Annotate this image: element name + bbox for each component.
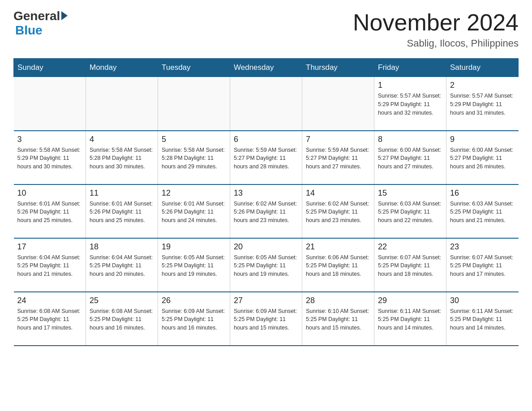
table-row: 14Sunrise: 6:02 AM Sunset: 5:25 PM Dayli… — [302, 184, 374, 238]
day-number: 1 — [378, 81, 442, 90]
col-tuesday: Tuesday — [158, 59, 230, 77]
col-wednesday: Wednesday — [230, 59, 302, 77]
table-row: 1Sunrise: 5:57 AM Sunset: 5:29 PM Daylig… — [374, 77, 446, 131]
table-row: 16Sunrise: 6:03 AM Sunset: 5:25 PM Dayli… — [446, 184, 519, 238]
table-row: 22Sunrise: 6:07 AM Sunset: 5:25 PM Dayli… — [374, 238, 446, 292]
day-number: 8 — [378, 135, 442, 144]
day-info: Sunrise: 6:08 AM Sunset: 5:25 PM Dayligh… — [17, 307, 82, 332]
calendar-week-row: 10Sunrise: 6:01 AM Sunset: 5:26 PM Dayli… — [14, 184, 519, 238]
table-row — [302, 77, 374, 131]
day-number: 9 — [450, 135, 515, 144]
table-row: 19Sunrise: 6:05 AM Sunset: 5:25 PM Dayli… — [158, 238, 230, 292]
table-row: 21Sunrise: 6:06 AM Sunset: 5:25 PM Dayli… — [302, 238, 374, 292]
table-row: 23Sunrise: 6:07 AM Sunset: 5:25 PM Dayli… — [446, 238, 519, 292]
day-number: 18 — [90, 242, 154, 252]
day-info: Sunrise: 6:11 AM Sunset: 5:25 PM Dayligh… — [378, 307, 442, 332]
day-info: Sunrise: 6:10 AM Sunset: 5:25 PM Dayligh… — [306, 307, 370, 332]
day-info: Sunrise: 6:11 AM Sunset: 5:25 PM Dayligh… — [450, 307, 515, 332]
calendar-week-row: 3Sunrise: 5:58 AM Sunset: 5:29 PM Daylig… — [14, 131, 519, 184]
day-info: Sunrise: 5:58 AM Sunset: 5:29 PM Dayligh… — [17, 146, 82, 171]
table-row: 3Sunrise: 5:58 AM Sunset: 5:29 PM Daylig… — [14, 131, 86, 184]
col-saturday: Saturday — [446, 59, 519, 77]
day-info: Sunrise: 6:02 AM Sunset: 5:26 PM Dayligh… — [234, 200, 298, 225]
day-number: 27 — [234, 296, 298, 305]
page-header: General Blue November 2024 Sablig, Iloco… — [13, 9, 519, 49]
table-row — [158, 77, 230, 131]
day-number: 26 — [162, 296, 226, 305]
calendar-week-row: 17Sunrise: 6:04 AM Sunset: 5:25 PM Dayli… — [14, 238, 519, 292]
logo-arrow-icon — [61, 11, 68, 20]
table-row: 10Sunrise: 6:01 AM Sunset: 5:26 PM Dayli… — [14, 184, 86, 238]
day-info: Sunrise: 6:09 AM Sunset: 5:25 PM Dayligh… — [234, 307, 298, 332]
col-thursday: Thursday — [302, 59, 374, 77]
day-number: 28 — [306, 296, 370, 305]
day-number: 21 — [306, 242, 370, 252]
day-info: Sunrise: 6:07 AM Sunset: 5:25 PM Dayligh… — [378, 253, 442, 278]
calendar-week-row: 1Sunrise: 5:57 AM Sunset: 5:29 PM Daylig… — [14, 77, 519, 131]
calendar-week-row: 24Sunrise: 6:08 AM Sunset: 5:25 PM Dayli… — [14, 292, 519, 346]
table-row: 28Sunrise: 6:10 AM Sunset: 5:25 PM Dayli… — [302, 292, 374, 346]
col-friday: Friday — [374, 59, 446, 77]
calendar-table: Sunday Monday Tuesday Wednesday Thursday… — [13, 58, 519, 346]
table-row: 4Sunrise: 5:58 AM Sunset: 5:28 PM Daylig… — [86, 131, 158, 184]
day-info: Sunrise: 6:04 AM Sunset: 5:25 PM Dayligh… — [90, 253, 154, 278]
day-number: 11 — [90, 188, 154, 198]
day-info: Sunrise: 5:58 AM Sunset: 5:28 PM Dayligh… — [162, 146, 226, 171]
day-info: Sunrise: 6:02 AM Sunset: 5:25 PM Dayligh… — [306, 200, 370, 225]
day-number: 22 — [378, 242, 442, 252]
table-row: 8Sunrise: 6:00 AM Sunset: 5:27 PM Daylig… — [374, 131, 446, 184]
table-row: 5Sunrise: 5:58 AM Sunset: 5:28 PM Daylig… — [158, 131, 230, 184]
day-number: 3 — [17, 135, 82, 144]
day-info: Sunrise: 5:58 AM Sunset: 5:28 PM Dayligh… — [90, 146, 154, 171]
day-info: Sunrise: 5:57 AM Sunset: 5:29 PM Dayligh… — [378, 92, 442, 117]
month-year-title: November 2024 — [353, 9, 519, 36]
table-row: 20Sunrise: 6:05 AM Sunset: 5:25 PM Dayli… — [230, 238, 302, 292]
table-row: 2Sunrise: 5:57 AM Sunset: 5:29 PM Daylig… — [446, 77, 519, 131]
table-row: 15Sunrise: 6:03 AM Sunset: 5:25 PM Dayli… — [374, 184, 446, 238]
day-number: 15 — [378, 188, 442, 198]
title-section: November 2024 Sablig, Ilocos, Philippine… — [353, 9, 519, 49]
table-row: 12Sunrise: 6:01 AM Sunset: 5:26 PM Dayli… — [158, 184, 230, 238]
table-row: 27Sunrise: 6:09 AM Sunset: 5:25 PM Dayli… — [230, 292, 302, 346]
logo-blue-text: Blue — [15, 23, 43, 37]
day-info: Sunrise: 6:00 AM Sunset: 5:27 PM Dayligh… — [450, 146, 515, 171]
logo: General Blue — [13, 9, 68, 38]
table-row: 26Sunrise: 6:09 AM Sunset: 5:25 PM Dayli… — [158, 292, 230, 346]
day-number: 10 — [17, 188, 82, 198]
day-info: Sunrise: 6:04 AM Sunset: 5:25 PM Dayligh… — [17, 253, 82, 278]
day-number: 5 — [162, 135, 226, 144]
day-info: Sunrise: 5:59 AM Sunset: 5:27 PM Dayligh… — [306, 146, 370, 171]
table-row: 6Sunrise: 5:59 AM Sunset: 5:27 PM Daylig… — [230, 131, 302, 184]
table-row: 9Sunrise: 6:00 AM Sunset: 5:27 PM Daylig… — [446, 131, 519, 184]
day-number: 12 — [162, 188, 226, 198]
day-info: Sunrise: 6:08 AM Sunset: 5:25 PM Dayligh… — [90, 307, 154, 332]
col-sunday: Sunday — [14, 59, 86, 77]
day-info: Sunrise: 6:01 AM Sunset: 5:26 PM Dayligh… — [162, 200, 226, 225]
table-row — [14, 77, 86, 131]
day-number: 17 — [17, 242, 82, 252]
table-row: 11Sunrise: 6:01 AM Sunset: 5:26 PM Dayli… — [86, 184, 158, 238]
day-number: 24 — [17, 296, 82, 305]
day-number: 23 — [450, 242, 515, 252]
day-number: 7 — [306, 135, 370, 144]
day-number: 16 — [450, 188, 515, 198]
day-info: Sunrise: 6:03 AM Sunset: 5:25 PM Dayligh… — [378, 200, 442, 225]
day-info: Sunrise: 6:05 AM Sunset: 5:25 PM Dayligh… — [234, 253, 298, 278]
table-row — [86, 77, 158, 131]
day-number: 2 — [450, 81, 515, 90]
day-info: Sunrise: 6:09 AM Sunset: 5:25 PM Dayligh… — [162, 307, 226, 332]
day-info: Sunrise: 5:59 AM Sunset: 5:27 PM Dayligh… — [234, 146, 298, 171]
day-number: 29 — [378, 296, 442, 305]
day-info: Sunrise: 6:07 AM Sunset: 5:25 PM Dayligh… — [450, 253, 515, 278]
day-number: 14 — [306, 188, 370, 198]
table-row: 17Sunrise: 6:04 AM Sunset: 5:25 PM Dayli… — [14, 238, 86, 292]
day-number: 30 — [450, 296, 515, 305]
day-info: Sunrise: 6:01 AM Sunset: 5:26 PM Dayligh… — [90, 200, 154, 225]
day-info: Sunrise: 6:01 AM Sunset: 5:26 PM Dayligh… — [17, 200, 82, 225]
day-info: Sunrise: 6:03 AM Sunset: 5:25 PM Dayligh… — [450, 200, 515, 225]
location-subtitle: Sablig, Ilocos, Philippines — [353, 38, 519, 49]
table-row: 25Sunrise: 6:08 AM Sunset: 5:25 PM Dayli… — [86, 292, 158, 346]
table-row — [230, 77, 302, 131]
table-row: 24Sunrise: 6:08 AM Sunset: 5:25 PM Dayli… — [14, 292, 86, 346]
col-monday: Monday — [86, 59, 158, 77]
